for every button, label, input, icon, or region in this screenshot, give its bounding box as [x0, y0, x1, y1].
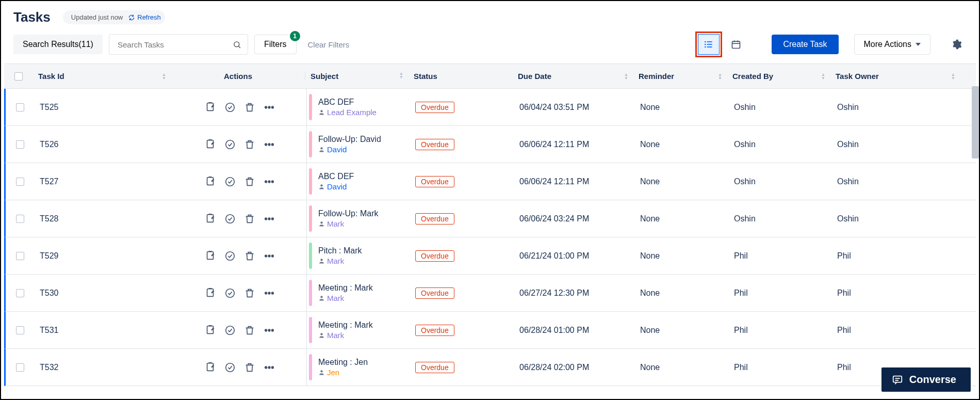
- converse-button[interactable]: Converse: [881, 367, 971, 392]
- svg-point-28: [271, 181, 273, 183]
- delete-action[interactable]: [244, 139, 255, 150]
- subject-title: ABC DEF: [318, 172, 354, 181]
- svg-point-58: [271, 366, 273, 369]
- table-row[interactable]: T530 Meeting : Mark Mark Overdue 06/27/2…: [4, 275, 976, 312]
- more-action[interactable]: [264, 362, 275, 373]
- edit-action[interactable]: [205, 250, 216, 262]
- calendar-icon: [731, 39, 741, 50]
- table-row[interactable]: T528 Follow-Up: Mark Mark Overdue 06/06/…: [4, 200, 976, 237]
- table-row[interactable]: T527 ABC DEF David Overdue 06/06/24 12:1…: [4, 163, 976, 200]
- subject-title: Pitch : Mark: [318, 246, 362, 255]
- complete-action[interactable]: [224, 362, 236, 373]
- row-checkbox[interactable]: [16, 140, 24, 149]
- due-date-cell: 06/04/24 03:51 PM: [514, 89, 635, 125]
- status-badge: Overdue: [415, 176, 454, 187]
- search-results-button[interactable]: Search Results(11): [13, 35, 103, 54]
- delete-action[interactable]: [244, 102, 255, 113]
- edit-action[interactable]: [205, 362, 216, 373]
- header-task-owner[interactable]: Task Owner▲▼: [830, 72, 976, 81]
- search-input[interactable]: [117, 40, 233, 50]
- more-action[interactable]: [264, 213, 275, 225]
- edit-action[interactable]: [205, 176, 216, 187]
- priority-bar: [309, 243, 312, 269]
- table-row[interactable]: T532 Meeting : Jen Jen Overdue 06/28/24 …: [4, 349, 976, 386]
- more-action[interactable]: [264, 287, 275, 299]
- clear-filters-button[interactable]: Clear Filters: [305, 40, 353, 50]
- more-action[interactable]: [264, 250, 275, 262]
- more-action[interactable]: [264, 139, 275, 150]
- edit-action[interactable]: [205, 287, 216, 299]
- delete-action[interactable]: [244, 176, 255, 187]
- more-actions-button[interactable]: More Actions: [854, 34, 930, 55]
- row-checkbox[interactable]: [16, 326, 24, 334]
- subject-link[interactable]: David: [318, 145, 347, 154]
- header-actions: Actions: [171, 72, 305, 81]
- svg-point-20: [265, 143, 267, 146]
- delete-action[interactable]: [244, 213, 255, 225]
- subject-link[interactable]: Jen: [318, 368, 339, 377]
- complete-action[interactable]: [224, 287, 236, 299]
- calendar-view-button[interactable]: [725, 34, 747, 55]
- delete-action[interactable]: [244, 362, 255, 373]
- subject-link[interactable]: Lead Example: [318, 108, 377, 117]
- delete-action[interactable]: [244, 325, 255, 336]
- svg-point-14: [265, 106, 267, 108]
- table-row[interactable]: T529 Pitch : Mark Mark Overdue 06/21/24 …: [4, 237, 976, 275]
- header-task-id[interactable]: Task Id▲▼: [33, 72, 171, 81]
- subject-link[interactable]: Mark: [318, 219, 344, 228]
- complete-action[interactable]: [224, 176, 236, 187]
- edit-action[interactable]: [205, 325, 216, 336]
- svg-line-1: [238, 46, 240, 48]
- svg-point-49: [225, 326, 234, 334]
- svg-point-19: [225, 140, 234, 149]
- row-checkbox[interactable]: [16, 363, 24, 372]
- subject-link[interactable]: David: [318, 182, 347, 191]
- row-checkbox[interactable]: [16, 103, 24, 111]
- settings-button[interactable]: [946, 34, 967, 55]
- table-row[interactable]: T531 Meeting : Mark Mark Overdue 06/28/2…: [4, 312, 976, 349]
- scrollbar[interactable]: [972, 86, 979, 158]
- complete-action[interactable]: [224, 325, 236, 336]
- row-checkbox[interactable]: [16, 178, 24, 186]
- header-subject[interactable]: Subject▲▼: [305, 72, 409, 81]
- complete-action[interactable]: [224, 250, 236, 262]
- header-created-by[interactable]: Created By▲▼: [727, 72, 830, 81]
- edit-action[interactable]: [205, 213, 216, 225]
- complete-action[interactable]: [224, 139, 236, 150]
- complete-action[interactable]: [224, 102, 236, 113]
- subject-link[interactable]: Mark: [318, 294, 344, 302]
- svg-point-7: [705, 46, 707, 48]
- svg-point-16: [271, 106, 273, 108]
- table-row[interactable]: T526 Follow-Up: David David Overdue 06/0…: [4, 126, 976, 163]
- svg-point-50: [265, 329, 267, 331]
- more-action[interactable]: [264, 325, 275, 336]
- search-box[interactable]: [109, 34, 248, 55]
- refresh-button[interactable]: Refresh: [128, 13, 161, 21]
- subject-link[interactable]: Mark: [318, 331, 344, 340]
- priority-bar: [309, 317, 312, 343]
- row-checkbox[interactable]: [16, 215, 24, 223]
- due-date-cell: 06/21/24 01:00 PM: [514, 237, 635, 274]
- create-task-button[interactable]: Create Task: [772, 35, 838, 54]
- more-action[interactable]: [264, 176, 275, 187]
- header-status[interactable]: Status: [409, 72, 513, 81]
- filters-button[interactable]: Filters 1: [254, 35, 297, 54]
- delete-action[interactable]: [244, 287, 255, 299]
- more-action[interactable]: [264, 102, 275, 113]
- subject-link[interactable]: Mark: [318, 257, 344, 265]
- table-row[interactable]: T525 ABC DEF Lead Example Overdue 06/04/…: [4, 89, 976, 126]
- list-view-button[interactable]: [698, 34, 720, 55]
- edit-action[interactable]: [205, 139, 216, 150]
- edit-action[interactable]: [205, 102, 216, 113]
- row-checkbox[interactable]: [16, 289, 24, 297]
- select-all-checkbox[interactable]: [14, 72, 23, 81]
- task-id-cell: T525: [35, 89, 173, 125]
- complete-action[interactable]: [224, 213, 236, 225]
- converse-label: Converse: [909, 374, 956, 386]
- header-reminder[interactable]: Reminder▲▼: [633, 72, 727, 81]
- row-checkbox[interactable]: [16, 252, 24, 260]
- delete-action[interactable]: [244, 250, 255, 262]
- reminder-cell: None: [635, 275, 729, 311]
- priority-bar: [309, 354, 312, 380]
- header-due-date[interactable]: Due Date▲▼: [513, 72, 633, 81]
